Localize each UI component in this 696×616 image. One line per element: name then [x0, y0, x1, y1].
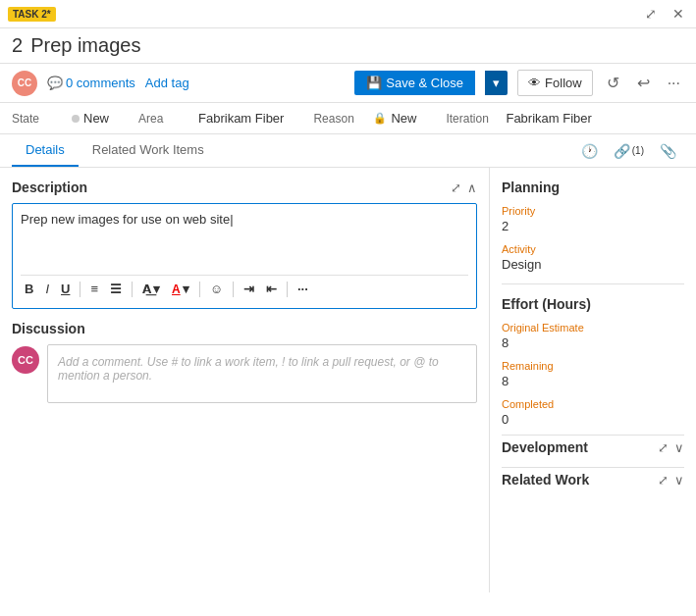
description-title: Description: [12, 180, 87, 195]
indent-button[interactable]: ⇥: [240, 280, 258, 298]
description-editor[interactable]: Prep new images for use on web site| B I…: [12, 203, 477, 309]
divider-2: [132, 282, 133, 297]
development-icons: ⤢ ∨: [658, 440, 684, 455]
divider-3: [199, 282, 200, 297]
development-expand-icon: ⤢: [658, 440, 669, 455]
emoji-button[interactable]: ☺: [206, 280, 227, 298]
comments-link[interactable]: 💬 0 comments: [47, 76, 135, 90]
save-dropdown-button[interactable]: ▾: [485, 71, 508, 95]
more-button[interactable]: ···: [664, 73, 684, 94]
related-work-chevron: ∨: [674, 473, 684, 488]
state-item: State New: [12, 111, 109, 126]
font-color-icon: A: [172, 282, 181, 296]
links-tab-button[interactable]: 🔗 (1): [606, 137, 652, 165]
iteration-value: Fabrikam Fiber: [506, 111, 591, 126]
right-panel: Planning Priority 2 Activity Design Effo…: [490, 168, 696, 592]
title-row: 2 Prep images: [0, 28, 696, 64]
related-work-collapsible[interactable]: Related Work ⤢ ∨: [502, 467, 684, 491]
avatar: CC: [12, 71, 37, 96]
refresh-button[interactable]: ↺: [603, 72, 623, 94]
original-estimate-value: 8: [502, 335, 684, 350]
follow-button[interactable]: 👁 Follow: [517, 70, 593, 96]
state-value: New: [72, 111, 109, 126]
outdent-button[interactable]: ⇤: [262, 280, 281, 298]
meta-row: State New Area Fabrikam Fiber Reason 🔒 N…: [0, 103, 696, 134]
main-content: Description ⤢ ∧ Prep new images for use …: [0, 168, 696, 592]
task-title: Prep images: [30, 34, 140, 57]
title-bar-left: TASK 2*: [8, 7, 56, 22]
toolbar: CC 💬 0 comments Add tag 💾 Save & Close ▾…: [0, 64, 696, 103]
attachments-tab-button[interactable]: 📎: [652, 137, 684, 165]
development-collapsible[interactable]: Development ⤢ ∨: [502, 435, 684, 459]
save-label: Save & Close: [386, 76, 463, 90]
reason-label: Reason: [313, 112, 367, 126]
area-label: Area: [138, 112, 192, 126]
eye-icon: 👁: [528, 76, 541, 90]
follow-label: Follow: [545, 76, 582, 90]
underline-button[interactable]: U: [57, 280, 74, 298]
list-button[interactable]: ☰: [106, 280, 126, 298]
left-panel: Description ⤢ ∧ Prep new images for use …: [0, 168, 490, 592]
right-divider-1: [502, 283, 684, 284]
description-collapse-button[interactable]: ∧: [467, 180, 477, 195]
activity-label: Activity: [502, 243, 684, 255]
add-tag-link[interactable]: Add tag: [145, 76, 189, 90]
reason-item: Reason 🔒 New: [313, 111, 416, 126]
title-bar-right: ⤢ ✕: [641, 4, 688, 24]
state-label: State: [12, 112, 66, 126]
tab-details[interactable]: Details: [12, 134, 79, 167]
tabs-bar: Details Related Work Items 🕐 🔗 (1) 📎: [0, 134, 696, 168]
close-icon[interactable]: ✕: [669, 4, 688, 24]
task-badge: TASK 2*: [8, 7, 56, 22]
iteration-label: Iteration: [446, 112, 500, 126]
discussion-title: Discussion: [12, 321, 85, 336]
development-chevron: ∨: [674, 440, 684, 455]
original-estimate-label: Original Estimate: [502, 322, 684, 334]
related-work-title: Related Work: [502, 472, 589, 488]
save-icon: 💾: [366, 76, 382, 90]
effort-section: Effort (Hours) Original Estimate 8 Remai…: [502, 296, 684, 427]
activity-value: Design: [502, 257, 684, 272]
planning-section: Planning Priority 2 Activity Design: [502, 180, 684, 272]
state-dot: [72, 115, 80, 123]
description-expand-button[interactable]: ⤢: [451, 180, 461, 195]
comments-label: 0 comments: [66, 76, 135, 90]
divider-4: [233, 282, 234, 297]
undo-button[interactable]: ↩: [633, 72, 654, 94]
related-work-icons: ⤢ ∨: [658, 473, 684, 488]
priority-value: 2: [502, 219, 684, 233]
discussion-input-area: CC Add a comment. Use # to link a work i…: [12, 344, 477, 403]
text-highlight-icon: A͟: [142, 282, 151, 296]
links-badge: (1): [632, 145, 644, 156]
description-icons: ⤢ ∧: [451, 180, 477, 195]
description-text[interactable]: Prep new images for use on web site|: [21, 212, 468, 271]
development-title: Development: [502, 439, 588, 455]
effort-title: Effort (Hours): [502, 296, 684, 312]
divider-1: [80, 282, 80, 297]
lock-icon: 🔒: [373, 112, 387, 125]
bold-button[interactable]: B: [21, 280, 37, 298]
italic-button[interactable]: I: [41, 280, 53, 298]
save-close-button[interactable]: 💾 Save & Close: [354, 71, 475, 95]
expand-icon[interactable]: ⤢: [641, 4, 661, 24]
related-work-expand-icon: ⤢: [658, 473, 669, 488]
align-left-button[interactable]: ≡: [86, 280, 102, 298]
completed-label: Completed: [502, 398, 684, 410]
text-style-button[interactable]: A͟▾: [138, 280, 164, 298]
editor-toolbar: B I U ≡ ☰ A͟▾ A▾ ☺ ⇥ ⇤ ···: [21, 275, 468, 300]
divider-5: [287, 282, 288, 297]
task-number: 2: [12, 34, 23, 57]
history-tab-button[interactable]: 🕐: [573, 137, 606, 165]
tab-related-work-items[interactable]: Related Work Items: [79, 134, 218, 167]
reason-value: 🔒 New: [373, 111, 416, 126]
link-icon: 🔗: [614, 143, 630, 159]
completed-value: 0: [502, 412, 684, 427]
more-formatting-button[interactable]: ···: [294, 280, 312, 298]
discussion-section: Discussion CC Add a comment. Use # to li…: [12, 321, 477, 403]
font-color-button[interactable]: A▾: [168, 280, 193, 298]
remaining-label: Remaining: [502, 360, 684, 372]
iteration-item: Iteration Fabrikam Fiber: [446, 111, 591, 126]
title-bar: TASK 2* ⤢ ✕: [0, 0, 696, 28]
discussion-input[interactable]: Add a comment. Use # to link a work item…: [47, 344, 477, 403]
planning-title: Planning: [502, 180, 684, 195]
